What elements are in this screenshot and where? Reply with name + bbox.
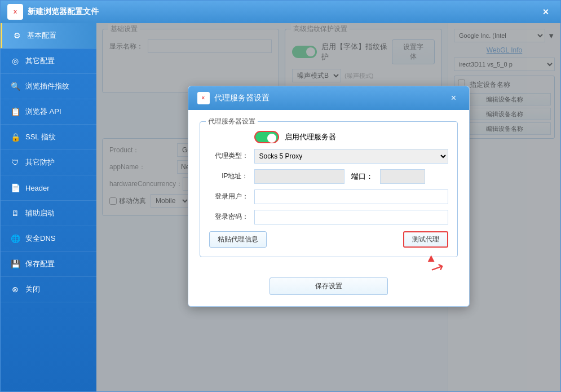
- enable-proxy-row: 启用代理服务器: [209, 131, 448, 143]
- proxy-settings-section: 代理服务器设置 启用代理服务器 代理类型： HTTP ProxyHTTPS Pr…: [200, 121, 458, 257]
- window-close-button[interactable]: ×: [538, 4, 554, 20]
- enable-proxy-label: 启用代理服务器: [285, 132, 336, 142]
- sidebar-label-header: Header: [25, 184, 50, 192]
- close-icon: ⊗: [10, 284, 21, 295]
- proxy-ip-port-group: 端口：: [254, 169, 425, 184]
- modal-body: 代理服务器设置 启用代理服务器 代理类型： HTTP ProxyHTTPS Pr…: [188, 110, 469, 278]
- sidebar-label-close: 关闭: [25, 284, 40, 294]
- assist-icon: 🖥: [10, 208, 21, 219]
- title-bar: X 新建浏览器配置文件 ×: [1, 1, 560, 23]
- proxy-port-label: 端口：: [351, 171, 373, 182]
- proxy-type-select[interactable]: HTTP ProxyHTTPS ProxySocks 4 ProxySocks …: [254, 149, 448, 164]
- proxy-password-row: 登录密码：: [209, 210, 448, 224]
- save-icon: 💾: [10, 258, 21, 270]
- sidebar-item-save[interactable]: 💾 保存配置: [1, 252, 96, 277]
- test-proxy-button[interactable]: 测试代理: [403, 231, 448, 248]
- proxy-ip-input[interactable]: [254, 169, 344, 184]
- sidebar-label-protect: 其它防护: [25, 157, 55, 168]
- proxy-type-label: 代理类型：: [209, 151, 249, 161]
- sidebar-item-api[interactable]: 📋 浏览器 API: [1, 99, 96, 125]
- sidebar-label-assist: 辅助启动: [25, 208, 55, 218]
- modal-overlay: X 代理服务器设置 × 代理服务器设置 启: [96, 23, 560, 391]
- sidebar-item-dns[interactable]: 🌐 安全DNS: [1, 226, 96, 252]
- sidebar-label-other: 其它配置: [25, 56, 55, 66]
- plugin-icon: 🔍: [10, 81, 21, 92]
- sidebar-item-ssl[interactable]: 🔒 SSL 指纹: [1, 125, 96, 150]
- proxy-action-row: 粘贴代理信息 测试代理 ▲ ↗: [209, 231, 448, 248]
- proxy-user-label: 登录用户：: [209, 192, 249, 201]
- proxy-user-row: 登录用户：: [209, 190, 448, 204]
- sidebar-item-basic[interactable]: ⚙ 基本配置: [1, 23, 96, 49]
- proxy-type-row: 代理类型： HTTP ProxyHTTPS ProxySocks 4 Proxy…: [209, 149, 448, 164]
- modal-logo: X: [197, 92, 210, 104]
- sidebar-item-header[interactable]: 📄 Header: [1, 175, 96, 201]
- modal-title: 代理服务器设置: [214, 93, 448, 103]
- sidebar-label-api: 浏览器 API: [25, 107, 61, 117]
- main-content: ⚙ 基本配置 ◎ 其它配置 🔍 浏览插件指纹 📋 浏览器 API 🔒 SSL 指…: [1, 23, 560, 391]
- header-icon: 📄: [10, 182, 21, 193]
- proxy-ip-label: IP地址：: [209, 171, 249, 181]
- modal-save-button[interactable]: 保存设置: [270, 278, 388, 295]
- sidebar-item-protect[interactable]: 🛡 其它防护: [1, 150, 96, 175]
- sidebar-label-plugin: 浏览插件指纹: [25, 81, 69, 91]
- main-window: X 新建浏览器配置文件 × ⚙ 基本配置 ◎ 其它配置 🔍 浏览插件指纹 📋 浏…: [0, 0, 561, 392]
- basic-icon: ⚙: [11, 30, 23, 41]
- sidebar-label-save: 保存配置: [25, 259, 55, 269]
- proxy-password-input[interactable]: [254, 210, 448, 224]
- sidebar-item-assist[interactable]: 🖥 辅助启动: [1, 201, 96, 226]
- window-title: 新建浏览器配置文件: [28, 7, 538, 17]
- sidebar-label-dns: 安全DNS: [25, 234, 55, 244]
- modal-header: X 代理服务器设置 ×: [188, 86, 469, 110]
- ssl-icon: 🔒: [10, 131, 21, 143]
- other-icon: ◎: [10, 55, 21, 67]
- proxy-password-label: 登录密码：: [209, 212, 249, 222]
- proxy-ip-row: IP地址： 端口：: [209, 169, 448, 184]
- dns-icon: 🌐: [10, 233, 21, 244]
- sidebar-label-basic: 基本配置: [27, 30, 56, 41]
- proxy-user-input[interactable]: [254, 190, 448, 204]
- modal-close-button[interactable]: ×: [448, 92, 460, 104]
- proxy-port-input[interactable]: [380, 169, 425, 184]
- modal-footer: 保存设置: [188, 278, 469, 306]
- sidebar-label-ssl: SSL 指纹: [25, 132, 56, 142]
- proxy-dialog: X 代理服务器设置 × 代理服务器设置 启: [188, 86, 470, 307]
- sidebar-item-close[interactable]: ⊗ 关闭: [1, 277, 96, 302]
- sidebar: ⚙ 基本配置 ◎ 其它配置 🔍 浏览插件指纹 📋 浏览器 API 🔒 SSL 指…: [1, 23, 96, 391]
- protect-icon: 🛡: [10, 157, 21, 168]
- app-logo: X: [7, 4, 23, 20]
- sidebar-item-plugin[interactable]: 🔍 浏览插件指纹: [1, 74, 96, 99]
- paste-proxy-button[interactable]: 粘贴代理信息: [209, 231, 267, 248]
- proxy-section-title: 代理服务器设置: [206, 117, 258, 126]
- enable-proxy-toggle[interactable]: [254, 131, 279, 143]
- api-icon: 📋: [10, 106, 21, 117]
- sidebar-item-other[interactable]: ◎ 其它配置: [1, 49, 96, 74]
